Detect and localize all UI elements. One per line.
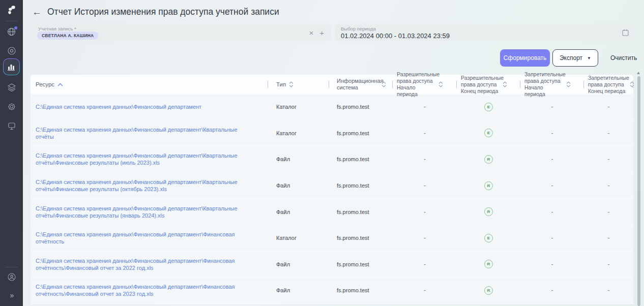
perm-start-cell: -: [393, 146, 457, 172]
system-cell: fs.promo.test: [337, 209, 369, 215]
perm-start-cell: -: [393, 252, 457, 278]
period-value: 01.02.2024 00:00 - 01.03.2024 23:59: [341, 32, 450, 40]
empty-value: -: [608, 261, 610, 268]
sort-icon[interactable]: [566, 81, 571, 88]
system-cell: fs.promo.test: [337, 261, 369, 267]
bar-chart-icon: [8, 64, 15, 71]
vertical-scrollbar[interactable]: [637, 76, 640, 306]
access-badge: R: [484, 155, 493, 164]
deny-end-cell: -: [584, 225, 633, 251]
column-header-2[interactable]: Информационная система: [329, 75, 393, 94]
type-cell: Файл: [276, 287, 290, 293]
perm-start-cell: -: [393, 278, 457, 303]
empty-value: -: [608, 208, 610, 216]
column-header-3[interactable]: Разрешительные права доступаНачало перио…: [393, 75, 457, 94]
perm-end-cell: R: [457, 278, 520, 303]
empty-value: -: [551, 130, 553, 137]
table-row: C:\Единая система хранения данных\Финанс…: [31, 199, 633, 225]
layers-icon[interactable]: [0, 82, 23, 93]
add-icon[interactable]: +: [319, 29, 324, 37]
deny-end-cell: -: [584, 278, 633, 303]
calendar-icon[interactable]: [622, 29, 629, 38]
resource-link[interactable]: C:\Единая система хранения данных\Финанс…: [36, 231, 257, 245]
period-field[interactable]: Выбор периода 01.02.2024 00:00 - 01.03.2…: [335, 24, 635, 41]
expand-icon[interactable]: »: [0, 291, 23, 300]
user-icon[interactable]: [0, 272, 23, 282]
app-logo[interactable]: [0, 4, 23, 17]
resource-link[interactable]: C:\Единая система хранения данных\Финанс…: [36, 283, 257, 297]
column-label: Запретительные права доступаНачало перио…: [524, 71, 563, 98]
column-header-6[interactable]: Запретительные права доступаКонец период…: [584, 75, 633, 94]
resource-link[interactable]: C:\Единая система хранения данных\Финанс…: [36, 257, 257, 271]
deny-start-cell: -: [520, 199, 584, 225]
empty-value: -: [424, 103, 426, 110]
column-divider: [633, 81, 633, 88]
access-badge: R: [484, 207, 493, 216]
table-row: C:\Единая система хранения данных\Финанс…: [31, 225, 633, 252]
account-field[interactable]: Учетная запись * СВЕТЛАНА А. КАШИНА × +: [32, 24, 331, 41]
perm-end-cell: E: [457, 225, 520, 251]
empty-value: -: [424, 130, 426, 137]
sort-asc-icon[interactable]: [57, 83, 63, 86]
empty-value: -: [424, 156, 426, 163]
resource-link[interactable]: C:\Единая система хранения данных\Финанс…: [36, 103, 201, 110]
column-label: Ресурс: [36, 81, 54, 87]
column-header-1[interactable]: Тип: [268, 75, 329, 94]
table-row: C:\Единая система хранения данных\Финанс…: [31, 252, 633, 278]
system-cell: fs.promo.test: [337, 156, 369, 162]
perm-start-cell: -: [393, 173, 457, 199]
export-button[interactable]: Экспорт ▼: [552, 49, 598, 67]
sort-icon[interactable]: [503, 81, 507, 88]
sidebar-item-reports-active[interactable]: [3, 58, 20, 75]
deny-start-cell: -: [520, 173, 584, 199]
sort-icon[interactable]: [289, 81, 294, 88]
deny-start-cell: -: [520, 146, 584, 172]
clear-field-icon[interactable]: ×: [309, 29, 313, 37]
column-header-4[interactable]: Разрешительные права доступаКонец период…: [457, 75, 520, 94]
sort-icon[interactable]: [438, 81, 443, 88]
sort-icon[interactable]: [630, 81, 634, 88]
empty-value: -: [424, 182, 426, 189]
type-cell: Файл: [276, 182, 290, 189]
empty-value: -: [608, 156, 610, 163]
clear-button[interactable]: Очистить: [610, 54, 637, 62]
column-label: Разрешительные права доступаКонец период…: [461, 75, 500, 95]
resource-link[interactable]: C:\Единая система хранения данных\Финанс…: [36, 126, 257, 140]
column-label: Тип: [276, 81, 286, 87]
deny-end-cell: -: [584, 173, 633, 199]
generate-button[interactable]: Сформировать: [500, 49, 550, 67]
table-body: C:\Единая система хранения данных\Финанс…: [31, 94, 633, 304]
device-icon[interactable]: [0, 121, 23, 131]
resource-link[interactable]: C:\Единая система хранения данных\Финанс…: [36, 178, 257, 193]
perm-start-cell: -: [393, 225, 457, 251]
access-badge: R: [484, 260, 493, 268]
empty-value: -: [424, 261, 426, 268]
column-label: Информационная система: [337, 78, 378, 91]
perm-end-cell: R: [457, 199, 520, 225]
eye-icon[interactable]: [0, 46, 23, 56]
access-badge: R: [484, 286, 493, 295]
sort-icon[interactable]: [382, 81, 386, 88]
empty-value: -: [608, 103, 610, 110]
resource-link[interactable]: C:\Единая система хранения данных\Финанс…: [36, 205, 257, 219]
back-button[interactable]: ←: [32, 7, 42, 17]
empty-value: -: [551, 287, 553, 294]
resource-link[interactable]: C:\Единая система хранения данных\Финанс…: [36, 152, 257, 166]
period-field-label: Выбор периода: [341, 26, 376, 32]
empty-value: -: [608, 234, 610, 241]
notification-dot: [14, 26, 17, 29]
perm-end-cell: E: [457, 94, 520, 120]
column-header-0[interactable]: Ресурс: [31, 75, 268, 94]
sidebar: »: [0, 0, 23, 306]
perm-end-cell: R: [457, 146, 520, 172]
gear-icon[interactable]: [0, 102, 23, 112]
scroll-up-icon[interactable]: [637, 72, 640, 74]
type-cell: Файл: [276, 209, 290, 215]
sidebar-divider-bottom: [5, 267, 18, 267]
empty-value: -: [551, 103, 553, 110]
globe-icon[interactable]: [0, 27, 23, 38]
deny-start-cell: -: [520, 252, 584, 278]
column-header-5[interactable]: Запретительные права доступаНачало перио…: [520, 75, 584, 94]
actions-bar: Сформировать Экспорт ▼ Очистить: [500, 49, 637, 67]
account-chip[interactable]: СВЕТЛАНА А. КАШИНА: [37, 32, 98, 40]
